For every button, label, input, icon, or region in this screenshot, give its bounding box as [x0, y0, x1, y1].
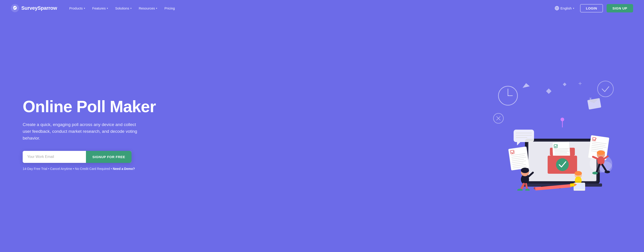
svg-marker-91: [546, 88, 552, 94]
svg-rect-86: [570, 183, 574, 187]
svg-point-69: [525, 189, 530, 191]
nav-item-resources[interactable]: Resources ▾: [136, 4, 160, 12]
navbar-left: SurveySparrow Products ▾ Features ▾ Solu…: [11, 4, 178, 12]
hero-section: Online Poll Maker Create a quick, engagi…: [0, 16, 644, 252]
nav-item-solutions[interactable]: Solutions ▾: [112, 4, 135, 12]
svg-text:+: +: [578, 80, 582, 87]
svg-rect-56: [514, 130, 534, 142]
svg-line-66: [521, 184, 524, 190]
need-demo-link[interactable]: Need a Demo?: [113, 167, 135, 171]
svg-rect-38: [508, 147, 529, 170]
chevron-down-icon: ▾: [107, 7, 108, 9]
svg-point-12: [598, 81, 614, 97]
language-selector[interactable]: English ▾: [552, 4, 576, 12]
globe-icon: [555, 6, 559, 10]
svg-marker-18: [523, 83, 530, 88]
hero-svg: +: [490, 78, 621, 191]
nav-links: Products ▾ Features ▾ Solutions ▾ Resour…: [66, 4, 178, 12]
navbar-right: English ▾ LOGIN SIGN UP: [552, 4, 633, 12]
svg-point-65: [521, 168, 529, 173]
svg-point-79: [604, 171, 610, 173]
svg-marker-92: [563, 83, 566, 86]
signup-button[interactable]: SIGN UP: [606, 4, 633, 12]
hero-subtitle: Create a quick, engaging poll across any…: [23, 121, 140, 142]
svg-point-78: [592, 172, 598, 174]
svg-point-73: [597, 156, 604, 165]
hero-content: Online Poll Maker Create a quick, engagi…: [23, 98, 156, 170]
svg-marker-88: [533, 187, 535, 190]
email-form: SIGNUP FOR FREE: [23, 151, 132, 163]
login-button[interactable]: LOGIN: [580, 4, 603, 12]
trial-text: 14-Day Free Trial • Cancel Anytime • No …: [23, 167, 156, 171]
brand-name: SurveySparrow: [21, 5, 57, 11]
logo[interactable]: SurveySparrow: [11, 4, 57, 12]
chevron-down-icon: ▾: [156, 7, 157, 9]
svg-point-90: [560, 118, 564, 121]
chevron-down-icon: ▾: [573, 7, 574, 9]
signup-form-button[interactable]: SIGNUP FOR FREE: [86, 151, 132, 163]
svg-marker-57: [517, 142, 520, 145]
navbar: SurveySparrow Products ▾ Features ▾ Solu…: [0, 0, 644, 16]
hero-title: Online Poll Maker: [23, 98, 156, 116]
hero-illustration: +: [490, 78, 621, 191]
chevron-down-icon: ▾: [130, 7, 132, 9]
svg-point-37: [556, 158, 569, 171]
logo-icon: [11, 4, 19, 12]
email-input[interactable]: [23, 151, 86, 163]
nav-item-pricing[interactable]: Pricing: [161, 4, 178, 12]
nav-item-products[interactable]: Products ▾: [66, 4, 88, 12]
svg-point-82: [574, 171, 582, 176]
svg-point-72: [597, 150, 605, 155]
nav-item-features[interactable]: Features ▾: [89, 4, 111, 12]
language-label: English: [560, 6, 572, 10]
chevron-down-icon: ▾: [84, 7, 85, 9]
